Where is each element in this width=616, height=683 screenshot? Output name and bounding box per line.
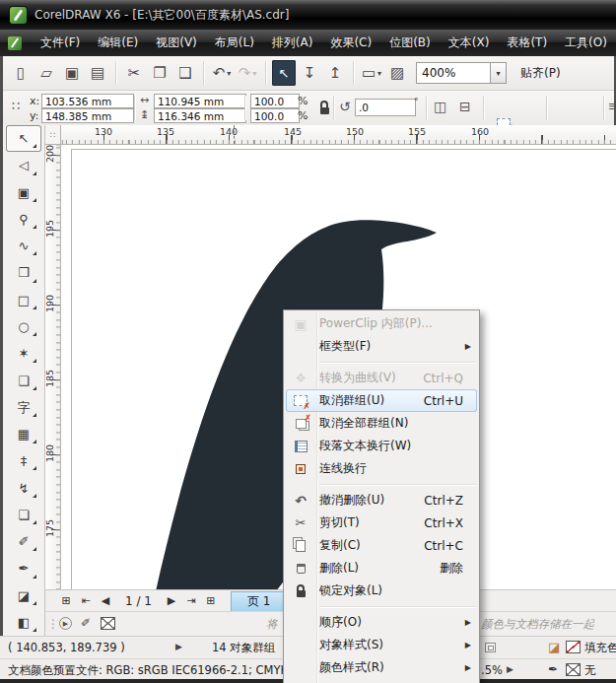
fill-tool[interactable]: ◪ [6,582,41,609]
vertical-ruler[interactable]: 200 195 190 185 180 175 170 [45,145,61,589]
mirror-vertical-button[interactable]: ⊟ [459,100,471,113]
toolbar-separator[interactable]: ▾ [353,61,354,85]
search-replace-button[interactable]: ↖ ▾ [272,60,296,86]
ruler-origin-corner[interactable]: ∷ [45,125,61,145]
copy-button[interactable]: ❐ ▾ [148,60,171,86]
menubar-item[interactable]: 位图(B) [380,32,440,54]
coords-expand-icon[interactable]: ▶ [175,643,182,651]
play-button[interactable]: ▶ [59,617,72,630]
ellipse-tool[interactable]: ○ [6,313,41,340]
object-height-input[interactable] [154,108,246,123]
rotation-angle-input[interactable] [355,99,416,116]
cut-button[interactable]: ✂ ▾ [122,60,146,86]
export-button[interactable]: ↥ ▾ [323,60,347,86]
open-button[interactable]: ▱ ▾ [34,60,58,86]
next-page-button[interactable]: ▶ [163,592,180,610]
shadow-tool[interactable]: ❏ [6,502,41,528]
context-menu-item[interactable]: 删除(L) 删除 ▶ [286,557,477,580]
context-menu-item[interactable]: 框类型(F) ▶ [286,335,477,358]
page-tab[interactable]: 页 1 [231,591,287,611]
add-page-button-2[interactable]: ⊞ [202,592,220,610]
mirror-horizontal-button[interactable]: ◫ [434,100,446,113]
undo-button[interactable]: ↶ ▾ [210,60,234,86]
outline-pen-tool[interactable]: ✒ [6,555,41,581]
toolbar-separator[interactable]: ▾ [115,61,116,85]
redo-button[interactable]: ↷ ▾ [236,60,259,86]
add-page-button[interactable]: ⊞ [57,592,75,610]
title-bar[interactable]: CorelDRAW X6 - [E:\其它00\百度素材\AS.cdr] [0,0,616,30]
context-menu-item[interactable]: 取消全部群组(N) ▶ [286,412,477,435]
menubar-item[interactable]: 视图(V) [147,32,206,54]
dimension-tool[interactable]: ‡ [6,447,41,474]
zoom-level-combobox[interactable]: ▾ [416,62,507,84]
context-menu-item[interactable]: 撤消删除(U) Ctrl+Z ▶ [286,489,477,512]
context-menu-item[interactable]: 剪切(T) Ctrl+X ▶ [286,512,477,534]
no-color-swatch[interactable] [101,617,115,630]
table-tool[interactable]: ▦ [6,421,41,447]
horizontal-ruler[interactable]: 130 135 140 145 150 155 160 [61,125,616,145]
last-page-button[interactable]: ⇥ [182,592,200,610]
context-menu-item[interactable]: 连线换行 ▶ [286,457,477,480]
interactive-fill-tool[interactable]: ◧ [6,609,41,636]
drag-handle-icon[interactable]: ⋮ [47,618,59,630]
menu-item-label: 连线换行 [319,460,463,477]
fill-color-swatch[interactable] [566,641,581,653]
x-position-input[interactable] [41,94,134,108]
context-menu-item[interactable]: 锁定对象(L) ▶ [286,580,477,602]
paste-button[interactable]: ❑ ▾ [173,60,197,86]
lock-ratio-button[interactable] [313,100,335,115]
context-menu-item[interactable]: 因特网链接(N) ▶ [286,679,477,683]
menubar-item[interactable]: 编辑(E) [89,32,147,54]
import-button[interactable]: ↧ ▾ [298,60,321,86]
app-launcher-button[interactable]: ▭ ▾ [360,60,383,86]
context-menu-item[interactable]: 转换为曲线(V) Ctrl+Q ▶ [286,367,477,389]
basic-shapes-tool[interactable]: ❑ [6,367,41,393]
menubar-item[interactable]: 文件(F) [32,32,89,54]
rectangle-tool[interactable]: □ [6,287,41,313]
zoom-tool[interactable]: ⚲ [6,206,41,233]
freehand-tool[interactable]: ∿ [6,233,41,259]
menubar-item[interactable]: 布局(L) [206,32,263,54]
save-button[interactable]: ▣ ▾ [60,60,84,86]
tool-icon: ▦ [18,428,30,441]
combobox-caret-icon[interactable]: ▾ [490,62,507,84]
zoom-level-input[interactable] [416,62,490,84]
crop-tool[interactable]: ▣ [6,179,41,206]
artistic-media-tool[interactable]: ❒ [6,259,41,286]
toolbar-separator[interactable]: ▾ [203,61,204,85]
first-page-button[interactable]: ⇤ [77,592,95,610]
pick-tool[interactable]: ↖ [6,125,41,152]
previous-page-button[interactable]: ◀ [97,592,114,610]
outline-expand-icon[interactable]: ▶ [507,665,513,674]
scale-x-input[interactable] [250,94,300,108]
text-tool[interactable]: 字 [6,394,41,421]
object-properties-icon[interactable] [485,643,496,652]
eyedropper-tool[interactable]: ✐ [6,528,41,555]
context-menu-item[interactable]: 段落文本换行(W) ▶ [286,435,477,457]
menubar-item[interactable]: 排列(A) [263,32,322,54]
new-document-button[interactable]: ▯ ▾ [9,60,33,86]
context-menu-item[interactable]: 复制(C) Ctrl+C ▶ [286,534,477,557]
context-menu-item[interactable]: 顺序(O) ▶ [286,611,477,634]
menu-item-shortcut: Ctrl+Z [424,494,463,508]
menubar-item[interactable]: 表格(T) [498,32,556,54]
connector-tool[interactable]: ↯ [6,474,41,501]
context-menu-item[interactable]: 对象样式(S) ▶ [286,634,477,656]
print-button[interactable]: ▤ ▾ [86,60,109,86]
context-menu-item[interactable]: PowerClip 内部(P)... ▶ [286,312,477,335]
context-menu-item[interactable]: 取消群组(U) Ctrl+U ▶ [286,389,477,412]
menubar-item[interactable]: 文本(X) [440,32,499,54]
snap-to-button[interactable]: 贴齐(P) [520,65,561,82]
object-width-input[interactable] [154,94,246,108]
eyedropper-status-icon[interactable]: ✐ [81,617,91,629]
y-position-input[interactable] [41,108,134,123]
polygon-tool[interactable]: ✶ [6,340,41,367]
welcome-screen-button[interactable]: ▨ ▾ [385,60,409,86]
scale-y-input[interactable] [250,108,300,123]
shape-tool[interactable]: ◁ [6,152,41,178]
toolbar-separator[interactable]: ▾ [265,61,266,85]
menubar-item[interactable]: 工具(O) [556,32,616,54]
menubar-item[interactable]: 效果(C) [321,32,380,54]
outline-color-swatch[interactable] [566,663,581,676]
context-menu-item[interactable]: 颜色样式(R) ▶ [286,656,477,679]
